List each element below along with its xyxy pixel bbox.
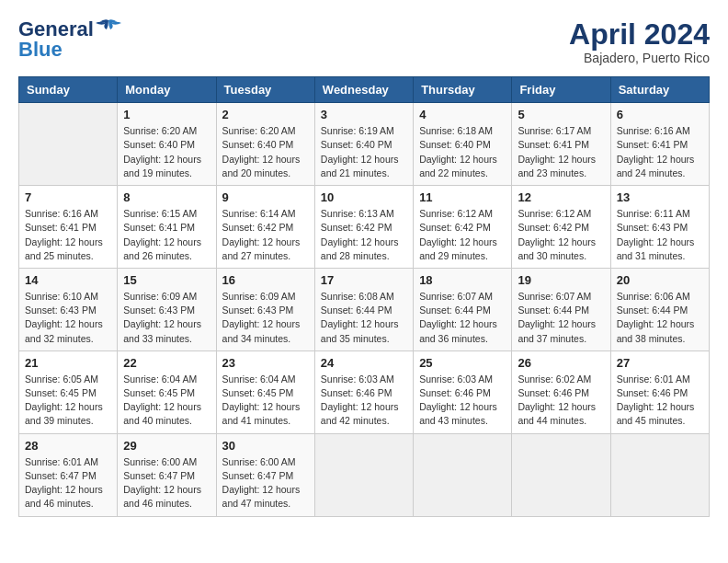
day-header-saturday: Saturday	[610, 77, 709, 103]
day-number: 26	[518, 356, 604, 370]
calendar-cell: 8Sunrise: 6:15 AM Sunset: 6:41 PM Daylig…	[118, 186, 216, 269]
day-info: Sunrise: 6:03 AM Sunset: 6:46 PM Dayligh…	[419, 373, 506, 429]
calendar-cell: 22Sunrise: 6:04 AM Sunset: 6:45 PM Dayli…	[118, 350, 216, 433]
day-number: 12	[518, 190, 604, 204]
day-number: 25	[419, 356, 506, 370]
week-row-3: 14Sunrise: 6:10 AM Sunset: 6:43 PM Dayli…	[19, 268, 710, 350]
day-info: Sunrise: 6:10 AM Sunset: 6:43 PM Dayligh…	[25, 290, 111, 346]
day-info: Sunrise: 6:08 AM Sunset: 6:44 PM Dayligh…	[321, 290, 407, 346]
calendar-title: April 2024	[569, 18, 710, 51]
day-number: 27	[617, 356, 703, 370]
day-number: 29	[123, 439, 210, 453]
calendar-cell: 24Sunrise: 6:03 AM Sunset: 6:46 PM Dayli…	[314, 350, 413, 433]
day-number: 11	[419, 190, 506, 204]
logo-bird-icon	[96, 18, 121, 37]
day-info: Sunrise: 6:03 AM Sunset: 6:46 PM Dayligh…	[321, 373, 407, 429]
day-header-sunday: Sunday	[19, 77, 118, 103]
calendar-cell: 11Sunrise: 6:12 AM Sunset: 6:42 PM Dayli…	[414, 186, 512, 269]
day-header-friday: Friday	[512, 77, 610, 103]
calendar-cell	[314, 433, 413, 516]
day-number: 30	[222, 439, 309, 453]
calendar-cell: 13Sunrise: 6:11 AM Sunset: 6:43 PM Dayli…	[610, 186, 709, 269]
day-number: 21	[25, 356, 111, 370]
calendar-cell: 20Sunrise: 6:06 AM Sunset: 6:44 PM Dayli…	[610, 268, 709, 350]
calendar-cell: 28Sunrise: 6:01 AM Sunset: 6:47 PM Dayli…	[19, 433, 118, 516]
day-number: 4	[419, 108, 506, 121]
day-info: Sunrise: 6:09 AM Sunset: 6:43 PM Dayligh…	[222, 290, 309, 346]
day-number: 24	[321, 356, 407, 370]
day-number: 1	[123, 108, 210, 121]
title-area: April 2024 Bajadero, Puerto Rico	[569, 18, 710, 65]
calendar-cell	[19, 103, 118, 186]
day-number: 13	[617, 190, 703, 204]
day-number: 10	[321, 190, 407, 204]
calendar-cell: 30Sunrise: 6:00 AM Sunset: 6:47 PM Dayli…	[216, 433, 314, 516]
calendar-table: SundayMondayTuesdayWednesdayThursdayFrid…	[18, 76, 710, 516]
calendar-cell: 27Sunrise: 6:01 AM Sunset: 6:46 PM Dayli…	[610, 350, 709, 433]
logo-blue-text: Blue	[18, 38, 63, 61]
day-header-tuesday: Tuesday	[216, 77, 314, 103]
calendar-cell: 5Sunrise: 6:17 AM Sunset: 6:41 PM Daylig…	[512, 103, 610, 186]
week-row-1: 1Sunrise: 6:20 AM Sunset: 6:40 PM Daylig…	[19, 103, 710, 186]
day-info: Sunrise: 6:15 AM Sunset: 6:41 PM Dayligh…	[123, 207, 210, 263]
day-info: Sunrise: 6:17 AM Sunset: 6:41 PM Dayligh…	[518, 124, 604, 180]
day-info: Sunrise: 6:13 AM Sunset: 6:42 PM Dayligh…	[321, 207, 407, 263]
calendar-cell: 25Sunrise: 6:03 AM Sunset: 6:46 PM Dayli…	[414, 350, 512, 433]
calendar-cell: 23Sunrise: 6:04 AM Sunset: 6:45 PM Dayli…	[216, 350, 314, 433]
day-number: 7	[25, 190, 111, 204]
day-number: 19	[518, 273, 604, 287]
day-info: Sunrise: 6:12 AM Sunset: 6:42 PM Dayligh…	[518, 207, 604, 263]
calendar-cell: 19Sunrise: 6:07 AM Sunset: 6:44 PM Dayli…	[512, 268, 610, 350]
day-info: Sunrise: 6:02 AM Sunset: 6:46 PM Dayligh…	[518, 373, 604, 429]
day-number: 18	[419, 273, 506, 287]
day-number: 28	[25, 439, 111, 453]
day-info: Sunrise: 6:11 AM Sunset: 6:43 PM Dayligh…	[617, 207, 703, 263]
calendar-cell: 7Sunrise: 6:16 AM Sunset: 6:41 PM Daylig…	[19, 186, 118, 269]
calendar-cell: 29Sunrise: 6:00 AM Sunset: 6:47 PM Dayli…	[118, 433, 216, 516]
day-info: Sunrise: 6:00 AM Sunset: 6:47 PM Dayligh…	[123, 455, 210, 511]
day-number: 22	[123, 356, 210, 370]
calendar-cell: 4Sunrise: 6:18 AM Sunset: 6:40 PM Daylig…	[414, 103, 512, 186]
day-number: 15	[123, 273, 210, 287]
day-number: 6	[617, 108, 703, 121]
logo: General Blue	[18, 18, 121, 61]
day-info: Sunrise: 6:01 AM Sunset: 6:46 PM Dayligh…	[617, 373, 703, 429]
day-number: 9	[222, 190, 309, 204]
calendar-cell	[414, 433, 512, 516]
calendar-cell	[610, 433, 709, 516]
day-info: Sunrise: 6:20 AM Sunset: 6:40 PM Dayligh…	[222, 124, 309, 180]
day-info: Sunrise: 6:00 AM Sunset: 6:47 PM Dayligh…	[222, 455, 309, 511]
day-header-wednesday: Wednesday	[314, 77, 413, 103]
day-info: Sunrise: 6:18 AM Sunset: 6:40 PM Dayligh…	[419, 124, 506, 180]
calendar-cell: 16Sunrise: 6:09 AM Sunset: 6:43 PM Dayli…	[216, 268, 314, 350]
day-info: Sunrise: 6:19 AM Sunset: 6:40 PM Dayligh…	[321, 124, 407, 180]
day-number: 20	[617, 273, 703, 287]
day-number: 23	[222, 356, 309, 370]
calendar-subtitle: Bajadero, Puerto Rico	[569, 51, 710, 65]
calendar-cell: 17Sunrise: 6:08 AM Sunset: 6:44 PM Dayli…	[314, 268, 413, 350]
day-header-thursday: Thursday	[414, 77, 512, 103]
week-row-4: 21Sunrise: 6:05 AM Sunset: 6:45 PM Dayli…	[19, 350, 710, 433]
week-row-2: 7Sunrise: 6:16 AM Sunset: 6:41 PM Daylig…	[19, 186, 710, 269]
day-info: Sunrise: 6:09 AM Sunset: 6:43 PM Dayligh…	[123, 290, 210, 346]
day-info: Sunrise: 6:20 AM Sunset: 6:40 PM Dayligh…	[123, 124, 210, 180]
day-number: 14	[25, 273, 111, 287]
day-number: 3	[321, 108, 407, 121]
day-info: Sunrise: 6:14 AM Sunset: 6:42 PM Dayligh…	[222, 207, 309, 263]
week-row-5: 28Sunrise: 6:01 AM Sunset: 6:47 PM Dayli…	[19, 433, 710, 516]
calendar-cell	[512, 433, 610, 516]
day-number: 2	[222, 108, 309, 121]
calendar-cell: 15Sunrise: 6:09 AM Sunset: 6:43 PM Dayli…	[118, 268, 216, 350]
day-number: 8	[123, 190, 210, 204]
day-number: 17	[321, 273, 407, 287]
day-info: Sunrise: 6:16 AM Sunset: 6:41 PM Dayligh…	[617, 124, 703, 180]
day-info: Sunrise: 6:04 AM Sunset: 6:45 PM Dayligh…	[222, 373, 309, 429]
calendar-cell: 3Sunrise: 6:19 AM Sunset: 6:40 PM Daylig…	[314, 103, 413, 186]
day-info: Sunrise: 6:05 AM Sunset: 6:45 PM Dayligh…	[25, 373, 111, 429]
day-info: Sunrise: 6:07 AM Sunset: 6:44 PM Dayligh…	[419, 290, 506, 346]
calendar-cell: 9Sunrise: 6:14 AM Sunset: 6:42 PM Daylig…	[216, 186, 314, 269]
calendar-cell: 6Sunrise: 6:16 AM Sunset: 6:41 PM Daylig…	[610, 103, 709, 186]
calendar-cell: 2Sunrise: 6:20 AM Sunset: 6:40 PM Daylig…	[216, 103, 314, 186]
calendar-cell: 26Sunrise: 6:02 AM Sunset: 6:46 PM Dayli…	[512, 350, 610, 433]
day-info: Sunrise: 6:12 AM Sunset: 6:42 PM Dayligh…	[419, 207, 506, 263]
